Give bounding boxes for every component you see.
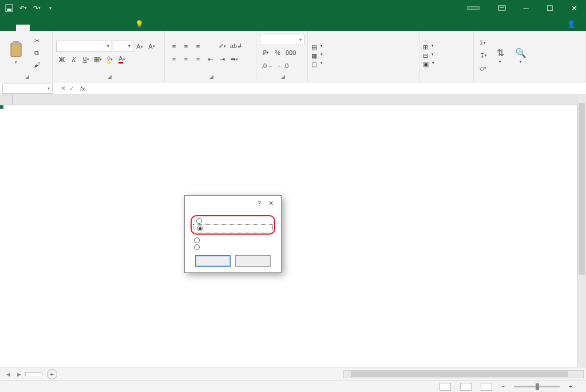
clear-icon[interactable]: ◇▾ [477,62,489,74]
radio-shift-left[interactable] [193,217,273,224]
sort-icon: ⇅ [497,47,504,58]
minimize-icon[interactable]: ─ [514,0,538,16]
sort-filter-button[interactable]: ⇅▾ [491,37,509,74]
cancel-fx-icon[interactable]: ✕ [61,85,66,92]
sheet-tab-bar: ◄ ► + [0,367,586,381]
tab-home[interactable] [16,25,30,31]
vscrollbar[interactable] [577,95,586,367]
align-top-icon[interactable]: ≡ [168,41,180,52]
close-dialog-icon[interactable]: ✕ [265,200,276,207]
dialog-launcher-icon[interactable]: ◢ [209,74,213,80]
align-middle-icon[interactable]: ≡ [180,41,192,52]
qat-customize-icon[interactable]: ▾ [45,2,56,14]
dec-dec-icon[interactable]: ←.0 [275,60,290,72]
zoom-out-icon[interactable]: − [501,383,505,390]
fill-color-icon[interactable]: ◊▾ [104,54,116,65]
decrease-font-icon[interactable]: A▾ [146,41,157,52]
borders-icon[interactable]: ▦▾ [92,54,104,65]
help-icon[interactable]: ? [254,200,265,207]
login-button[interactable] [467,6,480,10]
fx-icon[interactable]: fx [80,85,89,92]
indent-dec-icon[interactable]: ⇤ [204,54,216,65]
view-break-icon[interactable] [481,383,492,391]
align-bottom-icon[interactable]: ≡ [192,41,204,52]
underline-icon[interactable]: Ч▾ [80,54,92,65]
indent-inc-icon[interactable]: ⇥ [216,54,228,65]
clipboard-icon [9,41,23,58]
ribbon-options-icon[interactable] [490,0,514,16]
format-icon: ▣ [423,61,429,68]
find-button[interactable]: 🔍▾ [512,37,530,74]
number-format-select[interactable]: ▾ [260,34,304,45]
sheet-nav-next-icon[interactable]: ► [14,371,24,378]
sheet-tab[interactable] [25,372,42,376]
ok-button[interactable] [195,255,231,267]
dialog-launcher-icon[interactable]: ◢ [108,74,112,80]
cut-icon[interactable]: ✂ [31,35,42,46]
sheet-nav-prev-icon[interactable]: ◄ [3,371,13,378]
radio-column[interactable] [191,244,275,251]
worksheet-grid[interactable] [0,95,586,367]
dialog-launcher-icon[interactable]: ◢ [281,74,285,80]
save-icon[interactable] [3,2,15,14]
merge-icon[interactable]: ⬌▾ [228,54,240,65]
ribbon-tabs: 💡 👤 [0,16,586,31]
autosum-icon[interactable]: Σ▾ [477,37,489,49]
maximize-icon[interactable]: ☐ [538,0,562,16]
cancel-button[interactable] [235,255,271,267]
confirm-fx-icon[interactable]: ✓ [69,85,74,92]
name-box[interactable]: ▾ [2,84,53,94]
delete-cells-button[interactable]: ⊟ ▾ [423,52,434,60]
format-painter-icon[interactable]: 🖌 [31,59,42,70]
tab-data[interactable] [71,25,85,31]
font-size-select[interactable]: ▾ [113,41,133,52]
fill-icon[interactable]: ↧▾ [477,50,489,61]
orientation-icon[interactable]: ⤢▾ [216,41,228,52]
align-left-icon[interactable]: ≡ [168,54,180,65]
view-layout-icon[interactable] [460,383,472,391]
comma-icon[interactable]: 000 [284,47,298,58]
redo-icon[interactable]: ↷▾ [31,2,42,14]
hscrollbar[interactable] [343,370,584,378]
close-icon[interactable]: ✕ [562,0,586,16]
align-center-icon[interactable]: ≡ [180,54,192,65]
percent-icon[interactable]: % [272,47,283,58]
font-select[interactable]: ▾ [56,41,112,52]
radio-icon [194,237,200,243]
currency-icon[interactable]: ₽▾ [260,47,271,58]
select-all[interactable] [0,95,13,105]
tab-formulas[interactable] [57,25,71,31]
tell-me[interactable]: 💡 [130,17,152,31]
conditional-format-button[interactable]: ▤ ▾ [311,43,323,51]
wrap-text-icon[interactable]: ab↲ [228,41,244,52]
paste-button[interactable]: ▾ [3,34,29,71]
dec-inc-icon[interactable]: .0→ [260,60,275,72]
font-color-icon[interactable]: A▾ [116,54,128,65]
zoom-in-icon[interactable]: + [569,383,572,390]
share-button[interactable]: 👤 [560,17,586,31]
undo-icon[interactable]: ↶▾ [17,2,29,14]
bold-icon[interactable]: Ж [56,54,68,65]
format-cells-button[interactable]: ▣ ▾ [423,61,434,68]
dialog-launcher-icon[interactable]: ◢ [25,74,29,80]
align-right-icon[interactable]: ≡ [192,54,204,65]
zoom-slider[interactable] [514,386,560,387]
tab-help[interactable] [112,25,126,31]
italic-icon[interactable]: К [68,54,80,65]
conditional-format-icon: ▤ [311,43,317,51]
tab-review[interactable] [85,25,98,31]
tab-layout[interactable] [43,25,57,31]
increase-font-icon[interactable]: A▴ [134,41,145,52]
tab-view[interactable] [98,25,112,31]
tab-insert[interactable] [30,25,43,31]
insert-cells-button[interactable]: ⊞ ▾ [423,43,434,51]
new-sheet-icon[interactable]: + [47,369,57,379]
format-table-button[interactable]: ▦ ▾ [311,52,323,60]
radio-row[interactable] [191,237,275,244]
bulb-icon: 💡 [135,20,144,28]
cell-styles-button[interactable]: ▢ ▾ [311,61,323,68]
copy-icon[interactable]: ⧉ [31,47,42,58]
radio-shift-up[interactable] [193,224,273,232]
tab-file[interactable] [2,25,16,31]
view-normal-icon[interactable] [440,383,451,391]
